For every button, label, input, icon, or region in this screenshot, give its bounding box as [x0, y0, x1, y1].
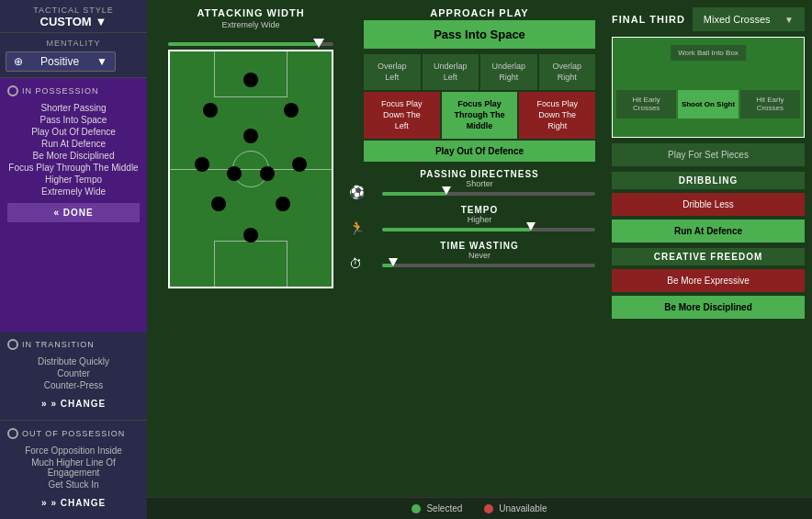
- oop-item[interactable]: Get Stuck In: [7, 479, 140, 491]
- oop-change-button[interactable]: » » CHANGE: [7, 494, 140, 512]
- final-third-column: FINAL THIRD Mixed Crosses ▼ Work Ball In…: [604, 0, 812, 497]
- overlap-right-button[interactable]: OverlapRight: [539, 54, 596, 90]
- in-transition-section: IN TRANSITION Distribute Quickly Counter…: [0, 332, 147, 420]
- bottom-legend: Selected Unavailable: [147, 497, 812, 519]
- selected-label: Selected: [426, 503, 462, 513]
- possession-item[interactable]: Higher Tempo: [7, 174, 140, 186]
- tempo-fill: [382, 228, 531, 231]
- player-dot: [243, 228, 258, 243]
- final-third-pitch: Work Ball Into Box Hit EarlyCrosses Shoo…: [612, 37, 805, 138]
- penalty-area-bottom: [214, 241, 288, 287]
- player-dot: [195, 157, 209, 172]
- focus-down-right-button[interactable]: Focus PlayDown TheRight: [519, 92, 595, 139]
- tactical-header: TACTICAL STYLE CUSTOM ▼: [0, 0, 147, 33]
- final-third-middle-row: Hit EarlyCrosses Shoot On Sight Hit Earl…: [613, 90, 804, 118]
- dribble-less-button[interactable]: Dribble Less: [612, 193, 805, 216]
- mentality-value: Positive: [40, 55, 79, 68]
- work-ball-button[interactable]: Work Ball Into Box: [671, 45, 746, 61]
- hit-early-crosses-left-button[interactable]: Hit EarlyCrosses: [616, 90, 676, 118]
- passing-directness-group: PASSING DIRECTNESS Shorter ⚽: [364, 169, 595, 196]
- oop-items-list: Force Opposition Inside Much Higher Line…: [7, 445, 140, 491]
- ball-icon: ⚽: [349, 185, 365, 199]
- transition-item[interactable]: Distribute Quickly: [7, 355, 140, 367]
- tempo-value: Higher: [364, 215, 595, 224]
- in-possession-section: IN POSSESSION Shorter Passing Pass Into …: [0, 78, 147, 332]
- player-dot: [292, 157, 307, 172]
- sliders-section: PASSING DIRECTNESS Shorter ⚽ TEMPO Highe…: [364, 169, 595, 276]
- possession-item[interactable]: Play Out Of Defence: [7, 126, 140, 138]
- time-wasting-value: Never: [364, 251, 595, 260]
- player-dot: [203, 103, 218, 118]
- overlap-left-button[interactable]: OverlapLeft: [364, 54, 421, 90]
- underlap-right-button[interactable]: UnderlapRight: [480, 54, 537, 90]
- passing-directness-track[interactable]: [382, 192, 595, 196]
- passing-directness-thumb: [442, 186, 451, 195]
- possession-item[interactable]: Shorter Passing: [7, 102, 140, 114]
- width-slider-track[interactable]: [168, 42, 333, 46]
- focus-through-middle-button[interactable]: Focus PlayThrough TheMiddle: [442, 92, 518, 139]
- player-dot: [260, 166, 275, 181]
- possession-item[interactable]: Focus Play Through The Middle: [7, 162, 140, 174]
- transition-item[interactable]: Counter: [7, 367, 140, 379]
- transition-item[interactable]: Counter-Press: [7, 379, 140, 391]
- transition-items-list: Distribute Quickly Counter Counter-Press: [7, 355, 140, 391]
- mixed-crosses-dropdown[interactable]: Mixed Crosses ▼: [693, 7, 805, 31]
- time-wasting-title: TIME WASTING: [364, 241, 595, 251]
- width-slider-fill: [168, 42, 317, 46]
- out-of-possession-section: OUT OF POSSESSION Force Opposition Insid…: [0, 420, 147, 519]
- final-third-title: FINAL THIRD: [612, 14, 685, 25]
- approach-row-3: Play Out Of Defence: [364, 141, 595, 162]
- tempo-thumb: [526, 222, 536, 231]
- oop-item[interactable]: Force Opposition Inside: [7, 445, 140, 457]
- player-dot: [243, 129, 258, 143]
- passing-directness-value: Shorter: [364, 179, 595, 188]
- tempo-track[interactable]: [382, 228, 595, 231]
- chevron-right-icon: »: [41, 399, 48, 409]
- focus-down-left-button[interactable]: Focus PlayDown TheLeft: [364, 92, 440, 139]
- transition-change-button[interactable]: » » CHANGE: [7, 395, 140, 412]
- play-out-defence-button[interactable]: Play Out Of Defence: [364, 141, 595, 162]
- attacking-width-slider-container: [168, 42, 333, 46]
- custom-label: CUSTOM ▼: [4, 15, 143, 28]
- time-wasting-track[interactable]: [382, 264, 595, 267]
- dropdown-arrow-icon: ▼: [784, 15, 794, 25]
- oop-item[interactable]: Much Higher Line Of Engagement: [7, 457, 140, 479]
- possession-item[interactable]: Be More Disciplined: [7, 150, 140, 162]
- play-for-set-pieces-button[interactable]: Play For Set Pieces: [612, 143, 805, 166]
- possession-item[interactable]: Extremely Wide: [7, 186, 140, 197]
- time-icon: ⏱: [349, 256, 362, 271]
- hit-early-crosses-right-button[interactable]: Hit EarlyCrosses: [740, 90, 800, 118]
- player-dot: [276, 197, 290, 211]
- transition-icon: [7, 339, 18, 350]
- player-dot: [211, 197, 226, 211]
- possession-item[interactable]: Run At Defence: [7, 138, 140, 150]
- mentality-icon: ⊕: [14, 55, 23, 68]
- possession-items-list: Shorter Passing Pass Into Space Play Out…: [7, 102, 140, 197]
- chevron-right-icon2: »: [41, 498, 48, 508]
- selected-legend: Selected: [412, 503, 462, 513]
- approach-grid: OverlapLeft UnderlapLeft UnderlapRight O…: [364, 54, 595, 162]
- unavailable-legend: Unavailable: [484, 503, 547, 513]
- pass-into-space-button[interactable]: Pass Into Space: [364, 20, 595, 49]
- football-pitch: [168, 50, 333, 288]
- be-more-expressive-button[interactable]: Be More Expressive: [612, 269, 805, 292]
- possession-icon: [7, 85, 18, 96]
- approach-play-column: APPROACH PLAY Pass Into Space OverlapLef…: [356, 0, 603, 497]
- shoot-on-sight-button[interactable]: Shoot On Sight: [678, 90, 738, 118]
- mentality-select[interactable]: ⊕ Positive ▼: [6, 51, 116, 72]
- possession-item[interactable]: Pass Into Space: [7, 114, 140, 126]
- player-dot: [284, 103, 299, 118]
- mentality-label: MENTALITY: [6, 39, 141, 48]
- unavailable-dot: [484, 504, 493, 513]
- underlap-left-button[interactable]: UnderlapLeft: [423, 54, 479, 90]
- passing-directness-fill: [382, 192, 446, 196]
- done-button[interactable]: « DONE: [7, 203, 140, 222]
- be-more-disciplined-button[interactable]: Be More Disciplined: [612, 296, 805, 319]
- approach-play-title: APPROACH PLAY: [430, 7, 528, 18]
- three-columns: ATTACKING WIDTH Extremely Wide: [147, 0, 812, 497]
- time-wasting-thumb: [389, 258, 398, 266]
- tempo-icon: 🏃: [349, 220, 365, 235]
- mentality-section: MENTALITY ⊕ Positive ▼: [0, 33, 147, 78]
- run-at-defence-button[interactable]: Run At Defence: [612, 220, 805, 243]
- mentality-chevron: ▼: [96, 55, 107, 68]
